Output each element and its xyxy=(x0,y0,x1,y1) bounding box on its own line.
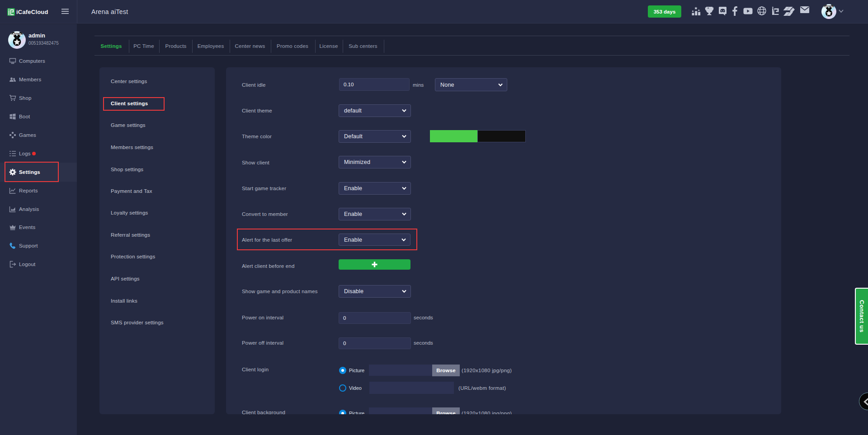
svg-text:PLATINUM: PLATINUM xyxy=(11,33,24,35)
svg-text:PLATINUM: PLATINUM xyxy=(824,5,834,8)
